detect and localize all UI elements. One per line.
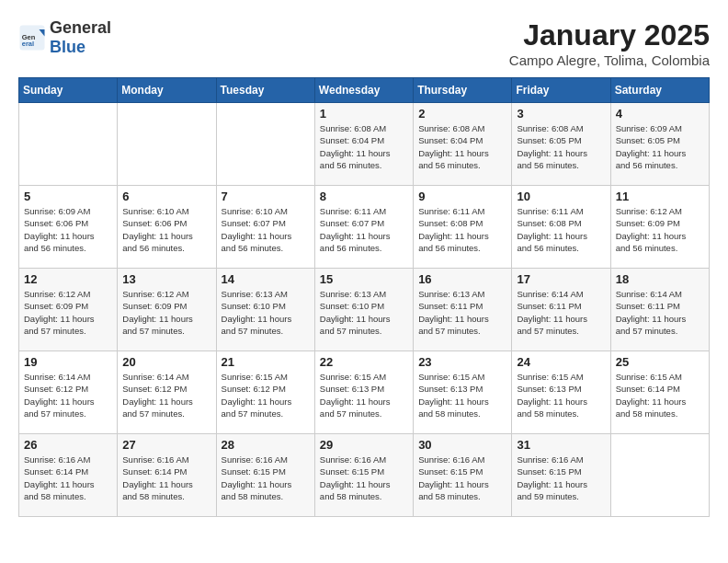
day-header-thursday: Thursday	[414, 78, 512, 103]
day-number: 4	[616, 107, 704, 121]
day-info: Sunrise: 6:16 AM Sunset: 6:14 PM Dayligh…	[122, 454, 210, 502]
calendar-week-3: 12Sunrise: 6:12 AM Sunset: 6:09 PM Dayli…	[19, 269, 710, 351]
calendar-cell: 28Sunrise: 6:16 AM Sunset: 6:15 PM Dayli…	[216, 434, 314, 517]
calendar-cell	[610, 434, 709, 517]
svg-text:eral: eral	[22, 40, 34, 48]
calendar-cell: 3Sunrise: 6:08 AM Sunset: 6:05 PM Daylig…	[512, 103, 610, 186]
day-info: Sunrise: 6:16 AM Sunset: 6:14 PM Dayligh…	[24, 454, 112, 502]
day-info: Sunrise: 6:15 AM Sunset: 6:14 PM Dayligh…	[616, 371, 704, 419]
day-info: Sunrise: 6:13 AM Sunset: 6:10 PM Dayligh…	[222, 288, 310, 337]
logo-general: General	[50, 18, 111, 37]
day-number: 15	[320, 272, 408, 286]
calendar-cell: 26Sunrise: 6:16 AM Sunset: 6:14 PM Dayli…	[19, 434, 118, 517]
calendar-cell: 12Sunrise: 6:12 AM Sunset: 6:09 PM Dayli…	[19, 269, 118, 351]
day-info: Sunrise: 6:16 AM Sunset: 6:15 PM Dayligh…	[320, 454, 408, 502]
day-number: 13	[122, 272, 210, 286]
logo-blue: Blue	[50, 38, 85, 56]
day-number: 3	[517, 107, 605, 121]
day-info: Sunrise: 6:14 AM Sunset: 6:11 PM Dayligh…	[517, 288, 605, 337]
day-header-wednesday: Wednesday	[314, 78, 413, 103]
calendar-cell: 6Sunrise: 6:10 AM Sunset: 6:06 PM Daylig…	[118, 186, 216, 269]
day-header-tuesday: Tuesday	[216, 78, 314, 103]
day-info: Sunrise: 6:11 AM Sunset: 6:08 PM Dayligh…	[517, 205, 605, 254]
calendar-cell: 16Sunrise: 6:13 AM Sunset: 6:11 PM Dayli…	[414, 269, 512, 351]
day-number: 10	[517, 190, 605, 203]
day-info: Sunrise: 6:12 AM Sunset: 6:09 PM Dayligh…	[24, 288, 112, 337]
day-info: Sunrise: 6:09 AM Sunset: 6:06 PM Dayligh…	[24, 205, 112, 254]
day-number: 18	[616, 272, 704, 286]
day-number: 14	[222, 272, 310, 286]
day-info: Sunrise: 6:13 AM Sunset: 6:11 PM Dayligh…	[418, 288, 506, 337]
calendar-cell: 8Sunrise: 6:11 AM Sunset: 6:07 PM Daylig…	[314, 186, 413, 269]
calendar-header-row: SundayMondayTuesdayWednesdayThursdayFrid…	[19, 78, 710, 103]
calendar-cell: 9Sunrise: 6:11 AM Sunset: 6:08 PM Daylig…	[414, 186, 512, 269]
day-info: Sunrise: 6:16 AM Sunset: 6:15 PM Dayligh…	[222, 454, 310, 502]
day-number: 19	[24, 355, 112, 369]
calendar-cell: 27Sunrise: 6:16 AM Sunset: 6:14 PM Dayli…	[118, 434, 216, 517]
calendar-cell: 23Sunrise: 6:15 AM Sunset: 6:13 PM Dayli…	[414, 351, 512, 434]
day-info: Sunrise: 6:10 AM Sunset: 6:07 PM Dayligh…	[222, 205, 310, 254]
day-info: Sunrise: 6:14 AM Sunset: 6:12 PM Dayligh…	[24, 371, 112, 419]
calendar-cell: 31Sunrise: 6:16 AM Sunset: 6:15 PM Dayli…	[512, 434, 610, 517]
day-info: Sunrise: 6:11 AM Sunset: 6:07 PM Dayligh…	[320, 205, 408, 254]
calendar-cell: 29Sunrise: 6:16 AM Sunset: 6:15 PM Dayli…	[314, 434, 413, 517]
title-block: January 2025 Campo Alegre, Tolima, Colom…	[509, 18, 710, 68]
day-number: 29	[320, 438, 408, 452]
day-info: Sunrise: 6:16 AM Sunset: 6:15 PM Dayligh…	[418, 454, 506, 502]
day-info: Sunrise: 6:09 AM Sunset: 6:05 PM Dayligh…	[616, 122, 704, 171]
day-number: 6	[122, 190, 210, 203]
day-info: Sunrise: 6:12 AM Sunset: 6:09 PM Dayligh…	[616, 205, 704, 254]
day-number: 11	[616, 190, 704, 203]
calendar-cell: 22Sunrise: 6:15 AM Sunset: 6:13 PM Dayli…	[314, 351, 413, 434]
logo-text: General Blue	[50, 18, 111, 57]
calendar-cell: 13Sunrise: 6:12 AM Sunset: 6:09 PM Dayli…	[118, 269, 216, 351]
day-info: Sunrise: 6:08 AM Sunset: 6:04 PM Dayligh…	[320, 122, 408, 171]
day-info: Sunrise: 6:16 AM Sunset: 6:15 PM Dayligh…	[517, 454, 605, 502]
day-number: 31	[517, 438, 605, 452]
day-number: 12	[24, 272, 112, 286]
day-info: Sunrise: 6:08 AM Sunset: 6:05 PM Dayligh…	[517, 122, 605, 171]
calendar-cell	[19, 103, 118, 186]
day-number: 8	[320, 190, 408, 203]
day-number: 22	[320, 355, 408, 369]
day-number: 9	[418, 190, 506, 203]
day-number: 23	[418, 355, 506, 369]
calendar-cell: 11Sunrise: 6:12 AM Sunset: 6:09 PM Dayli…	[610, 186, 709, 269]
calendar-cell: 1Sunrise: 6:08 AM Sunset: 6:04 PM Daylig…	[314, 103, 413, 186]
day-number: 5	[24, 190, 112, 203]
day-number: 16	[418, 272, 506, 286]
day-info: Sunrise: 6:15 AM Sunset: 6:13 PM Dayligh…	[320, 371, 408, 419]
calendar-table: SundayMondayTuesdayWednesdayThursdayFrid…	[18, 77, 710, 517]
day-number: 7	[222, 190, 310, 203]
day-number: 21	[222, 355, 310, 369]
calendar-cell: 15Sunrise: 6:13 AM Sunset: 6:10 PM Dayli…	[314, 269, 413, 351]
calendar-cell: 30Sunrise: 6:16 AM Sunset: 6:15 PM Dayli…	[414, 434, 512, 517]
day-info: Sunrise: 6:14 AM Sunset: 6:11 PM Dayligh…	[616, 288, 704, 337]
day-header-sunday: Sunday	[19, 78, 118, 103]
day-number: 30	[418, 438, 506, 452]
calendar-cell: 5Sunrise: 6:09 AM Sunset: 6:06 PM Daylig…	[19, 186, 118, 269]
day-number: 27	[122, 438, 210, 452]
calendar-cell: 19Sunrise: 6:14 AM Sunset: 6:12 PM Dayli…	[19, 351, 118, 434]
month-title: January 2025	[509, 18, 710, 52]
calendar-cell: 10Sunrise: 6:11 AM Sunset: 6:08 PM Dayli…	[512, 186, 610, 269]
day-info: Sunrise: 6:14 AM Sunset: 6:12 PM Dayligh…	[122, 371, 210, 419]
day-number: 24	[517, 355, 605, 369]
calendar-cell: 18Sunrise: 6:14 AM Sunset: 6:11 PM Dayli…	[610, 269, 709, 351]
day-info: Sunrise: 6:08 AM Sunset: 6:04 PM Dayligh…	[418, 122, 506, 171]
day-info: Sunrise: 6:11 AM Sunset: 6:08 PM Dayligh…	[418, 205, 506, 254]
day-header-monday: Monday	[118, 78, 216, 103]
day-info: Sunrise: 6:10 AM Sunset: 6:06 PM Dayligh…	[122, 205, 210, 254]
day-number: 26	[24, 438, 112, 452]
day-number: 17	[517, 272, 605, 286]
day-number: 20	[122, 355, 210, 369]
day-info: Sunrise: 6:15 AM Sunset: 6:12 PM Dayligh…	[222, 371, 310, 419]
calendar-cell: 7Sunrise: 6:10 AM Sunset: 6:07 PM Daylig…	[216, 186, 314, 269]
day-number: 25	[616, 355, 704, 369]
day-number: 2	[418, 107, 506, 121]
day-info: Sunrise: 6:13 AM Sunset: 6:10 PM Dayligh…	[320, 288, 408, 337]
logo-icon: Gen eral	[18, 24, 46, 52]
day-info: Sunrise: 6:15 AM Sunset: 6:13 PM Dayligh…	[418, 371, 506, 419]
calendar-cell: 25Sunrise: 6:15 AM Sunset: 6:14 PM Dayli…	[610, 351, 709, 434]
calendar-cell	[118, 103, 216, 186]
